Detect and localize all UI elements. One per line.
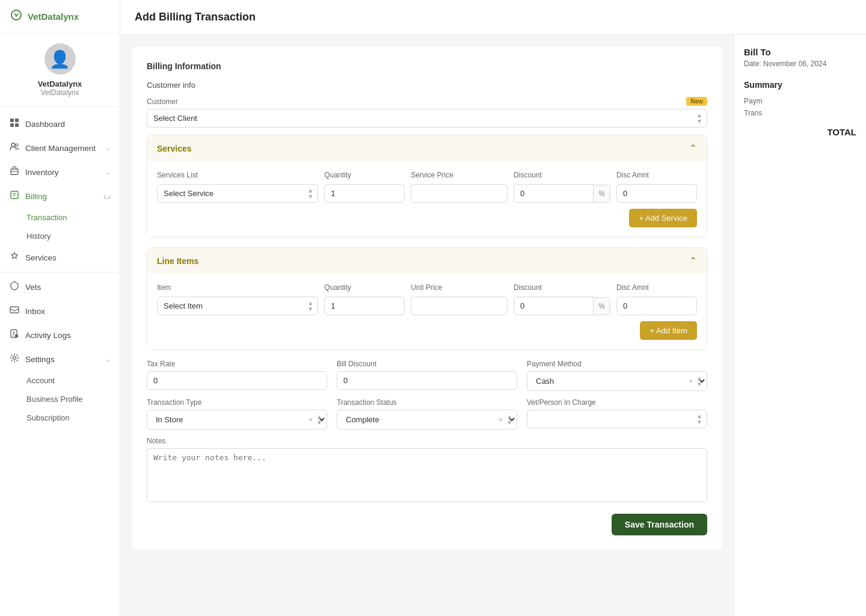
- add-item-button[interactable]: + Add Item: [640, 321, 697, 340]
- transaction-type-group: Transaction Type In Store Online × ▲▼: [147, 398, 327, 430]
- line-items-section-header[interactable]: Line Items ⌃: [147, 248, 707, 274]
- services-section-header[interactable]: Services ⌃: [147, 135, 707, 161]
- billing-information-card: Billing Information Customer info Custom…: [132, 47, 722, 550]
- customer-label: Customer: [147, 97, 178, 106]
- customer-info-header: Customer info: [147, 81, 707, 90]
- col-label-item-disc-amnt: Disc Amnt: [616, 283, 697, 292]
- service-price-input[interactable]: [411, 184, 508, 203]
- col-label-services-discount: Discount: [514, 171, 610, 179]
- sidebar-item-label: Services: [25, 253, 57, 262]
- sidebar-item-inbox[interactable]: Inbox: [0, 299, 120, 323]
- sidebar-subitem-transaction[interactable]: Transaction: [0, 208, 120, 227]
- sidebar-subitem-label: Subscription: [26, 413, 70, 422]
- line-items-section-title: Line Items: [157, 256, 198, 266]
- svg-rect-16: [15, 334, 18, 337]
- service-disc-amnt-input[interactable]: [616, 184, 697, 203]
- sidebar-item-label: Inbox: [25, 307, 45, 316]
- transaction-type-select[interactable]: In Store Online: [147, 410, 327, 430]
- sidebar-item-vets[interactable]: Vets: [0, 275, 120, 299]
- items-input-row: Select Item ▲▼ %: [157, 297, 697, 315]
- vet-select-wrapper: ▲▼: [527, 410, 707, 428]
- service-select[interactable]: Select Service: [157, 184, 318, 203]
- tax-rate-input[interactable]: [147, 371, 327, 390]
- sidebar-subitem-account[interactable]: Account: [0, 371, 120, 390]
- chevron-down-icon: ⌵: [106, 168, 110, 176]
- services-section-body: Services List Quantity Service Price Dis…: [147, 161, 707, 237]
- service-select-wrapper: Select Service ▲▼: [157, 184, 318, 203]
- item-discount-input[interactable]: [514, 297, 594, 315]
- service-quantity-input[interactable]: [324, 184, 405, 203]
- profile-sub: VetDatalynx: [40, 88, 79, 97]
- avatar-icon: 👤: [49, 49, 70, 69]
- bill-to-title: Bill To: [744, 47, 856, 57]
- add-service-button[interactable]: + Add Service: [629, 209, 697, 227]
- save-transaction-button[interactable]: Save Transaction: [612, 514, 707, 535]
- services-icon: [10, 251, 19, 263]
- logo-icon: [10, 8, 23, 25]
- col-label-service-price: Service Price: [411, 171, 508, 179]
- transaction-type-select-wrapper: In Store Online × ▲▼: [147, 410, 327, 430]
- sidebar-item-inventory[interactable]: Inventory ⌵: [0, 160, 120, 184]
- sidebar-item-label: Dashboard: [25, 120, 65, 129]
- item-unit-price-input[interactable]: [411, 297, 508, 315]
- transaction-type-clear-button[interactable]: ×: [309, 416, 313, 424]
- summary-transaction-row: Trans: [744, 109, 856, 117]
- settings-icon: [10, 353, 19, 365]
- svg-point-4: [11, 143, 15, 147]
- service-discount-input[interactable]: [514, 184, 594, 203]
- new-badge: New: [686, 97, 707, 106]
- sidebar-subitem-history[interactable]: History: [0, 227, 120, 245]
- payment-method-select[interactable]: Cash Card: [527, 371, 707, 391]
- services-table-header: Services List Quantity Service Price Dis…: [157, 171, 697, 179]
- item-quantity-input[interactable]: [324, 297, 405, 315]
- transaction-status-clear-button[interactable]: ×: [499, 416, 503, 424]
- transaction-status-select[interactable]: Complete Pending: [337, 410, 517, 430]
- sidebar-item-billing[interactable]: Billing ⌴: [0, 184, 120, 208]
- transaction-status-label: Transaction Status: [337, 398, 517, 407]
- item-select[interactable]: Select Item: [157, 297, 318, 315]
- payment-method-select-wrapper: Cash Card × ▲▼: [527, 371, 707, 391]
- avatar: 👤: [45, 43, 76, 75]
- right-panel: Bill To Date: November 06, 2024 Summary …: [734, 35, 866, 616]
- logo-text: VetDatalynx: [28, 11, 79, 22]
- billing-information-title: Billing Information: [147, 61, 707, 71]
- activity-logs-icon: [10, 329, 19, 341]
- services-input-row: Select Service ▲▼ %: [157, 184, 697, 203]
- total-row: TOTAL: [744, 127, 856, 137]
- summary-payment-label: Paym: [744, 97, 763, 105]
- sidebar-subitem-label: Transaction: [26, 213, 67, 222]
- main-area: Add Billing Transaction Billing Informat…: [120, 0, 866, 616]
- vet-label: Vet/Person In Charge: [527, 398, 707, 407]
- customer-select-wrapper: Select Client ▲▼: [147, 109, 707, 128]
- summary-payment-row: Paym: [744, 97, 856, 105]
- svg-rect-3: [15, 123, 19, 127]
- sidebar-subitem-business-profile[interactable]: Business Profile: [0, 390, 120, 408]
- sidebar-item-services[interactable]: Services: [0, 245, 120, 270]
- svg-rect-2: [10, 123, 14, 127]
- customer-select[interactable]: Select Client: [147, 109, 707, 128]
- client-management-icon: [10, 142, 19, 154]
- items-table-header: Item Quantity Unit Price Discount Disc A…: [157, 283, 697, 292]
- summary-transaction-label: Trans: [744, 109, 762, 117]
- sidebar-item-label: Settings: [25, 355, 55, 364]
- sidebar-nav: Dashboard Client Management ⌵ Inventory …: [0, 107, 120, 616]
- bottom-fields-row2: Transaction Type In Store Online × ▲▼ Tr…: [147, 398, 707, 430]
- sidebar-profile: 👤 VetDatalynx VetDatalynx: [0, 34, 120, 107]
- sidebar-subitem-subscription[interactable]: Subscription: [0, 408, 120, 427]
- services-collapse-button[interactable]: ⌃: [689, 143, 697, 154]
- sidebar-logo: VetDatalynx: [0, 0, 120, 34]
- sidebar-item-label: Activity Logs: [25, 331, 71, 340]
- bill-discount-input[interactable]: [337, 371, 517, 390]
- notes-textarea[interactable]: [147, 448, 707, 502]
- svg-rect-11: [10, 307, 19, 313]
- line-items-collapse-button[interactable]: ⌃: [689, 255, 697, 266]
- payment-method-group: Payment Method Cash Card × ▲▼: [527, 360, 707, 391]
- item-disc-amnt-input[interactable]: [616, 297, 697, 315]
- nav-divider: [0, 272, 120, 273]
- payment-method-clear-button[interactable]: ×: [689, 377, 693, 386]
- vet-select[interactable]: [527, 410, 707, 428]
- sidebar-item-settings[interactable]: Settings ⌵: [0, 347, 120, 371]
- sidebar-item-client-management[interactable]: Client Management ⌵: [0, 136, 120, 160]
- sidebar-item-activity-logs[interactable]: Activity Logs: [0, 323, 120, 347]
- sidebar-item-dashboard[interactable]: Dashboard: [0, 112, 120, 136]
